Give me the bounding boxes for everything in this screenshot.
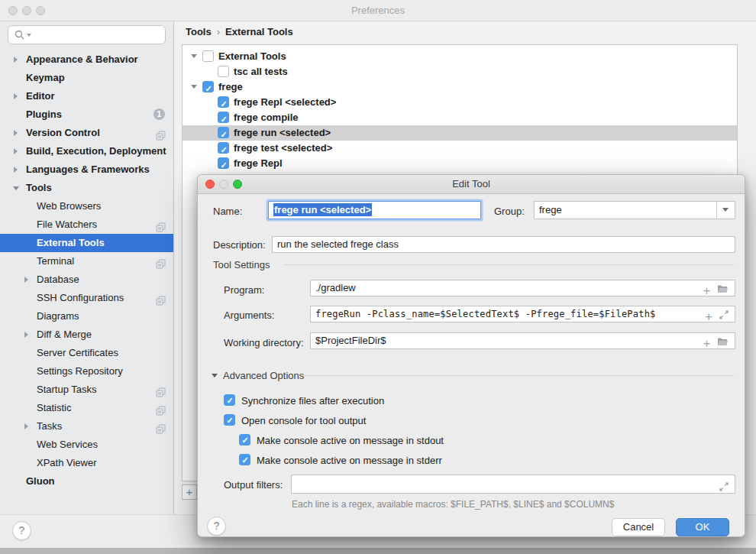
add-tool-button[interactable]: + (182, 484, 197, 500)
sidebar-item-appearance-behavior[interactable]: Appearance & Behavior (0, 50, 173, 69)
tree-row-frege-compile[interactable]: frege compile (183, 110, 737, 125)
tree-checkbox[interactable] (218, 66, 229, 77)
breadcrumb-tools[interactable]: Tools (186, 26, 212, 37)
tree-checkbox-checked[interactable] (218, 112, 229, 123)
sidebar-item-terminal[interactable]: Terminal (0, 252, 173, 271)
group-combobox[interactable]: frege (534, 201, 735, 219)
tree-row-frege-run-selected[interactable]: frege run <selected> (183, 125, 737, 141)
sidebar-item-server-certificates[interactable]: Server Certificates (0, 344, 173, 362)
tree-checkbox-checked[interactable] (218, 96, 229, 108)
working-directory-label: Working directory: (224, 337, 304, 348)
tree-checkbox[interactable] (202, 50, 214, 62)
advanced-options-section-label[interactable]: Advanced Options (223, 370, 304, 381)
help-button[interactable]: ? (12, 521, 31, 540)
tree-row-tsc-all-tests[interactable]: tsc all tests (183, 64, 737, 79)
checkbox-checked-icon[interactable] (239, 434, 250, 445)
sidebar-item-editor[interactable]: Editor (0, 87, 173, 105)
tree-checkbox-checked[interactable] (218, 127, 229, 138)
expand-field-icon[interactable] (719, 309, 729, 322)
tree-row-frege-test-selected[interactable]: frege test <selected> (183, 141, 737, 156)
sidebar-item-keymap[interactable]: Keymap (0, 69, 173, 87)
output-filters-label: Output filters: (224, 479, 283, 491)
sidebar-item-build-execution-deployment[interactable]: Build, Execution, Deployment (0, 142, 173, 160)
checkbox-checked-icon[interactable] (224, 394, 235, 406)
tree-checkbox-checked[interactable] (218, 157, 229, 169)
description-label: Description: (213, 239, 266, 251)
tool-settings-section-label: Tool Settings (213, 259, 270, 271)
sidebar-item-tasks[interactable]: Tasks (0, 417, 173, 436)
dialog-title: Edit Tool (198, 178, 745, 190)
insert-macro-icon[interactable]: + (703, 285, 710, 296)
description-value: run the selected frege class (277, 238, 399, 250)
sidebar-item-settings-repository[interactable]: Settings Repository (0, 362, 173, 381)
checkbox-checked-icon[interactable] (239, 454, 250, 465)
sidebar-item-gluon[interactable]: Gluon (0, 472, 173, 491)
tree-row-external-tools-group[interactable]: External Tools (183, 49, 737, 64)
dropdown-arrow-icon[interactable] (716, 202, 735, 219)
settings-sidebar: Appearance & Behavior Keymap Editor Plug… (0, 21, 174, 514)
sidebar-item-external-tools[interactable]: External Tools (0, 234, 173, 252)
section-separator (303, 375, 734, 376)
sidebar-item-file-watchers[interactable]: File Watchers (0, 215, 173, 234)
dialog-help-button[interactable]: ? (207, 517, 226, 536)
sidebar-item-plugins[interactable]: Plugins1 (0, 105, 173, 124)
tree-row-frege-group[interactable]: frege (183, 79, 737, 95)
program-value: ./gradlew (315, 282, 356, 293)
sidebar-item-xpath-viewer[interactable]: XPath Viewer (0, 454, 173, 472)
program-input[interactable]: ./gradlew + (310, 280, 735, 296)
browse-folder-icon[interactable] (717, 283, 729, 296)
sidebar-item-diagrams[interactable]: Diagrams (0, 307, 173, 326)
plugins-count-badge: 1 (153, 109, 165, 120)
sidebar-item-ssh-configurations[interactable]: SSH Configurations (0, 289, 173, 307)
sidebar-item-web-services[interactable]: Web Services (0, 436, 173, 454)
tree-checkbox-checked[interactable] (218, 142, 229, 154)
cancel-button[interactable]: Cancel (612, 518, 665, 536)
tree-row-frege-repl[interactable]: frege Repl (183, 156, 737, 171)
selected-text: frege run <selected> (273, 203, 372, 216)
collapse-arrow-icon[interactable] (212, 374, 218, 377)
settings-search-input[interactable] (34, 27, 162, 43)
dialog-titlebar: Edit Tool (198, 175, 745, 194)
chevron-right-icon (14, 148, 18, 154)
arguments-value: fregeRun -Pclass_name=$SelectedText$ -Pf… (315, 309, 655, 319)
program-label: Program: (224, 284, 264, 296)
sidebar-item-languages-frameworks[interactable]: Languages & Frameworks (0, 160, 173, 179)
expand-field-icon[interactable] (719, 479, 729, 494)
group-value: frege (539, 204, 562, 215)
sidebar-item-version-control[interactable]: Version Control (0, 124, 173, 142)
arguments-input[interactable]: fregeRun -Pclass_name=$SelectedText$ -Pf… (310, 306, 735, 322)
sidebar-item-tools[interactable]: Tools (0, 179, 173, 197)
expanded-arrow-icon[interactable] (191, 85, 197, 89)
chevron-right-icon (14, 167, 18, 173)
breadcrumb-separator: › (212, 26, 225, 37)
ok-button[interactable]: OK (676, 518, 729, 536)
regex-macros-note: Each line is a regex, available macros: … (292, 499, 614, 510)
section-separator (283, 264, 734, 265)
sidebar-item-diff-merge[interactable]: Diff & Merge (0, 326, 173, 344)
name-input[interactable]: frege run <selected> (268, 201, 481, 219)
description-input[interactable]: run the selected frege class (272, 236, 735, 253)
search-options-caret-icon[interactable] (27, 34, 31, 37)
tree-checkbox-checked[interactable] (202, 81, 214, 92)
sidebar-item-web-browsers[interactable]: Web Browsers (0, 197, 173, 215)
insert-macro-icon[interactable]: + (703, 338, 710, 349)
browse-folder-icon[interactable] (717, 335, 729, 349)
breadcrumb-external-tools: External Tools (225, 26, 293, 37)
working-directory-input[interactable]: $ProjectFileDir$ + (310, 332, 735, 349)
insert-macro-icon[interactable]: + (705, 311, 712, 322)
checkbox-checked-icon[interactable] (224, 414, 235, 426)
chevron-right-icon (24, 277, 28, 283)
sidebar-item-startup-tasks[interactable]: Startup Tasks (0, 381, 173, 399)
output-filters-input[interactable] (291, 475, 735, 494)
sidebar-item-statistic[interactable]: Statistic (0, 399, 173, 417)
tree-row-frege-repl-selected[interactable]: frege Repl <selected> (183, 95, 737, 110)
search-icon (15, 30, 24, 40)
expanded-arrow-icon[interactable] (191, 54, 197, 58)
settings-search-box[interactable] (8, 25, 166, 44)
chevron-down-icon (13, 186, 19, 190)
breadcrumb: Tools›External Tools (186, 26, 293, 37)
window-title: Preferences (0, 5, 756, 16)
chevron-right-icon (14, 57, 18, 63)
arguments-label: Arguments: (224, 309, 274, 321)
sidebar-item-database[interactable]: Database (0, 271, 173, 289)
